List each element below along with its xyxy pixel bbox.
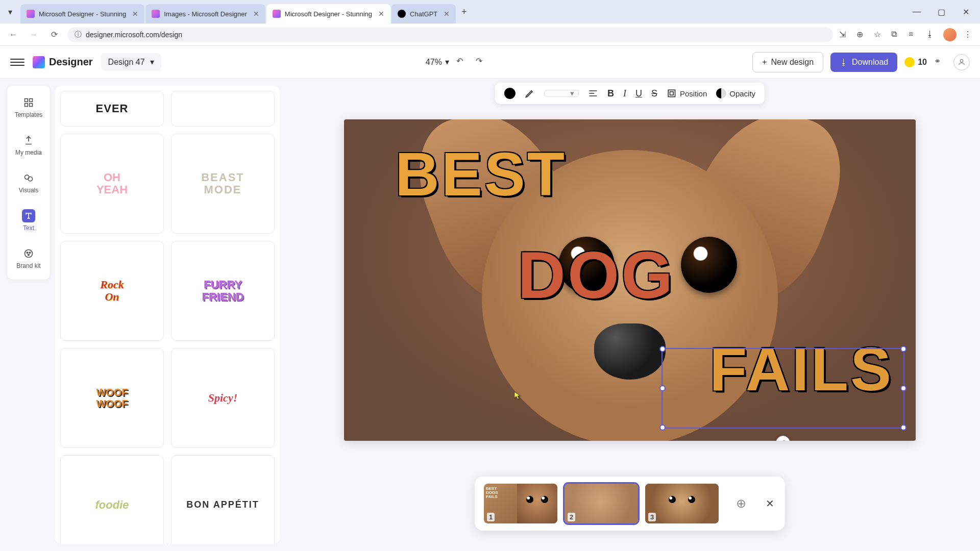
new-tab-button[interactable]: +: [457, 5, 471, 19]
underline-button[interactable]: U: [635, 88, 642, 99]
svg-rect-2: [30, 99, 33, 102]
rail-brand-kit[interactable]: Brand kit: [13, 244, 44, 272]
install-app-icon[interactable]: ⇲: [839, 30, 849, 40]
credits-counter[interactable]: 10: [904, 57, 927, 67]
minimize-icon[interactable]: —: [906, 4, 927, 20]
text-element-fails[interactable]: FAILS: [709, 334, 893, 404]
site-info-icon[interactable]: ⓘ: [75, 30, 82, 39]
back-icon[interactable]: ←: [6, 28, 20, 42]
close-tray-button[interactable]: ✕: [764, 497, 776, 510]
menu-icon[interactable]: ⋮: [964, 30, 974, 40]
position-button[interactable]: Position: [667, 88, 707, 98]
browser-tab[interactable]: Microsoft Designer - Stunning ✕: [20, 4, 144, 23]
text-styles-panel[interactable]: EVEROH YEAHBEAST MODERock OnFURRY FRIEND…: [55, 86, 280, 544]
add-page-button[interactable]: ⊕: [726, 484, 756, 523]
text-style-card[interactable]: EVER: [60, 91, 164, 127]
main-content: Templates My media Visuals Text Brand ki…: [0, 79, 980, 551]
maximize-icon[interactable]: ▢: [931, 4, 951, 20]
zoom-dropdown[interactable]: 47% ▾: [426, 57, 449, 67]
hamburger-menu[interactable]: [10, 55, 24, 69]
credits-value: 10: [918, 58, 927, 67]
rail-label: Brand kit: [16, 262, 40, 269]
design-canvas[interactable]: BEST DOG FAILS ⟲: [344, 119, 916, 441]
reload-icon[interactable]: ⟳: [47, 28, 61, 42]
close-icon[interactable]: ✕: [378, 10, 384, 18]
new-design-button[interactable]: + New design: [752, 52, 823, 72]
edit-tool[interactable]: [525, 88, 535, 98]
rail-templates[interactable]: Templates: [13, 93, 44, 121]
downloads-icon[interactable]: ⭳: [926, 30, 936, 40]
text-style-card[interactable]: BEAST MODE: [171, 134, 275, 234]
text-style-card[interactable]: Rock On: [60, 241, 164, 341]
rail-visuals[interactable]: Visuals: [13, 168, 44, 197]
text-element-dog[interactable]: DOG: [518, 237, 675, 313]
rail-my-media[interactable]: My media: [13, 131, 44, 159]
side-rail: Templates My media Visuals Text Brand ki…: [7, 86, 50, 280]
text-style-card[interactable]: WOOF WOOF: [60, 348, 164, 448]
browser-tab[interactable]: ChatGPT ✕: [391, 4, 456, 23]
design-name: Design 47: [108, 58, 145, 67]
tab-title: ChatGPT: [410, 10, 437, 18]
share-icon[interactable]: ⚭: [934, 56, 946, 68]
zoom-controls: 47% ▾ ↶ ↷: [426, 56, 488, 68]
text-style-card[interactable]: [171, 91, 275, 127]
designer-logo[interactable]: Designer: [33, 56, 93, 68]
browser-tab[interactable]: Images - Microsoft Designer ✕: [145, 4, 265, 23]
rail-text[interactable]: Text: [13, 206, 44, 235]
text-style-card[interactable]: Spicy!: [171, 348, 275, 448]
italic-button[interactable]: I: [623, 88, 626, 99]
close-window-icon[interactable]: ✕: [955, 4, 976, 20]
text-style-card[interactable]: BON APPÉTIT: [171, 455, 275, 544]
svg-point-8: [27, 252, 28, 254]
zoom-value: 47%: [426, 58, 442, 67]
zoom-icon[interactable]: ⊕: [856, 30, 867, 40]
reading-list-icon[interactable]: ≡: [909, 30, 919, 40]
tab-title: Microsoft Designer - Stunning: [39, 10, 126, 18]
text-toolbar: B I U S Position Opacity: [495, 83, 765, 104]
address-bar[interactable]: ⓘ designer.microsoft.com/design: [67, 27, 833, 42]
page-thumbnail[interactable]: 3: [645, 484, 719, 523]
extensions-icon[interactable]: ⧉: [891, 30, 901, 40]
page-number: 3: [648, 513, 656, 521]
text-style-card[interactable]: foodie: [60, 455, 164, 544]
designer-favicon: [273, 10, 281, 18]
page-number: 1: [487, 513, 495, 521]
close-icon[interactable]: ✕: [132, 10, 138, 18]
text-element-best[interactable]: BEST: [395, 139, 567, 209]
chatgpt-favicon: [398, 10, 406, 18]
page-thumbnail[interactable]: BESTDOGSFAILS 1: [484, 484, 557, 523]
strikethrough-button[interactable]: S: [651, 88, 657, 99]
tab-title: Microsoft Designer - Stunning: [285, 10, 372, 18]
svg-rect-12: [670, 92, 674, 95]
redo-button[interactable]: ↷: [476, 56, 488, 68]
browser-tab-active[interactable]: Microsoft Designer - Stunning ✕: [266, 4, 390, 23]
brand-kit-icon: [22, 247, 35, 260]
text-style-card[interactable]: OH YEAH: [60, 134, 164, 234]
bold-button[interactable]: B: [607, 88, 614, 99]
profile-avatar[interactable]: [943, 28, 957, 41]
position-label: Position: [680, 89, 707, 98]
page-thumbnail-active[interactable]: 2: [565, 484, 638, 523]
forward-icon[interactable]: →: [27, 28, 41, 42]
text-icon: [22, 209, 35, 222]
opacity-label: Opacity: [729, 89, 755, 98]
download-button[interactable]: ⭳ Download: [830, 53, 897, 72]
align-button[interactable]: [588, 88, 598, 98]
close-icon[interactable]: ✕: [253, 10, 259, 18]
fill-color-picker[interactable]: [504, 88, 516, 99]
chevron-down-icon: ▾: [150, 57, 154, 67]
logo-icon: [33, 56, 45, 68]
bookmark-icon[interactable]: ☆: [874, 30, 884, 40]
undo-button[interactable]: ↶: [456, 56, 469, 68]
svg-point-9: [29, 252, 31, 254]
upload-icon: [22, 134, 35, 147]
opacity-button[interactable]: Opacity: [716, 88, 755, 98]
user-account-button[interactable]: [953, 54, 970, 70]
download-label: Download: [852, 58, 888, 67]
tabs-dropdown[interactable]: ▾: [4, 6, 16, 18]
text-style-card[interactable]: FURRY FRIEND: [171, 241, 275, 341]
close-icon[interactable]: ✕: [444, 10, 450, 18]
rail-label: Templates: [15, 111, 43, 118]
design-name-dropdown[interactable]: Design 47 ▾: [101, 53, 161, 71]
font-picker[interactable]: [544, 90, 579, 97]
